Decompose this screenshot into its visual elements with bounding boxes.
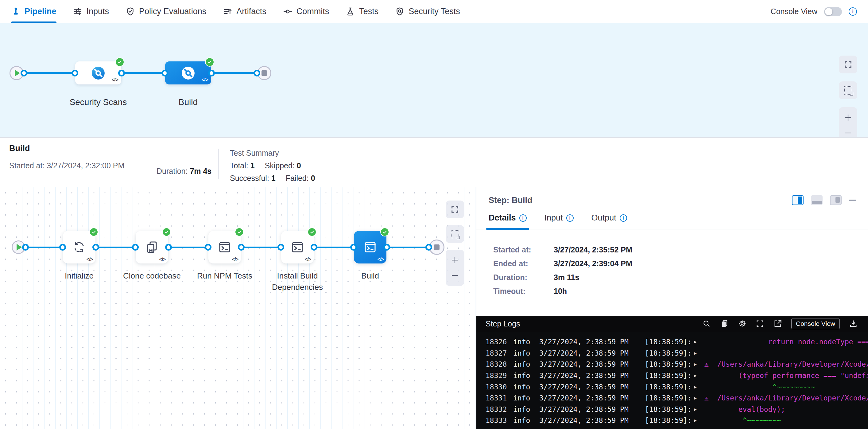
tab-tests[interactable]: Tests	[346, 0, 378, 23]
test-summary-title: Test Summary	[230, 147, 315, 159]
stage-label: Build	[179, 97, 198, 107]
split-view-icon[interactable]	[792, 195, 804, 205]
panel-tab-details[interactable]: Details i	[489, 213, 527, 229]
fit-to-screen-button[interactable]	[839, 56, 857, 73]
log-time: [18:38:59]:	[645, 394, 694, 402]
zoom-out-icon[interactable]	[843, 128, 852, 137]
open-in-new-icon[interactable]	[773, 319, 782, 328]
step-node-clone-codebase[interactable]: </>	[136, 231, 168, 264]
policy-icon	[126, 7, 135, 16]
log-line-number: 18328	[486, 360, 513, 368]
log-time: [18:38:59]:	[645, 349, 694, 357]
log-line-number: 18327	[486, 349, 513, 357]
settings-gear-icon[interactable]	[738, 319, 746, 328]
step-node-run-npm-tests[interactable]: </>	[208, 231, 241, 264]
stage-summary-bar: Build Started at: 3/27/2024, 2:32:00 PM …	[0, 137, 868, 187]
detail-label: Timeout:	[493, 287, 554, 295]
zoom-out-icon[interactable]	[450, 271, 460, 280]
inputs-icon	[73, 7, 83, 16]
tab-inputs[interactable]: Inputs	[73, 0, 109, 23]
stage-node-build[interactable]: </>	[165, 61, 211, 85]
log-line-number: 18329	[486, 372, 513, 379]
info-icon[interactable]: i	[849, 7, 857, 16]
step-label: Build	[333, 270, 407, 282]
code-glyph-icon: </>	[305, 257, 311, 262]
log-date: 3/27/2024, 2:38:59 PM	[539, 338, 645, 346]
marquee-select-button[interactable]	[446, 225, 464, 243]
terminal-icon	[363, 240, 377, 254]
log-level: info	[513, 417, 539, 424]
success-check-icon	[235, 227, 244, 237]
tab-label: Artifacts	[236, 7, 267, 16]
fullscreen-icon[interactable]	[756, 319, 764, 328]
log-date: 3/27/2024, 2:38:59 PM	[539, 417, 645, 424]
marquee-select-button[interactable]	[839, 81, 857, 99]
log-line: 18329 info 3/27/2024, 2:38:59 PM [18:38:…	[486, 370, 868, 381]
log-content: ⚠ /Users/anka/Library/Developer/Xcode/De	[704, 394, 868, 402]
log-expand-arrow[interactable]: ▶	[694, 406, 704, 412]
step-logs-section: Step Logs Console View 18326 info 3/27/2…	[476, 316, 868, 429]
fit-to-screen-button[interactable]	[446, 201, 464, 218]
log-expand-arrow[interactable]: ▶	[694, 418, 704, 423]
stage-node-security-scans[interactable]: </>	[75, 61, 121, 85]
bottom-view-icon[interactable]	[811, 195, 823, 205]
play-icon	[17, 244, 22, 251]
panel-tab-label: Input	[545, 213, 563, 223]
summary-divider	[218, 149, 219, 179]
log-time: [18:38:59]:	[645, 383, 694, 391]
commits-icon	[283, 7, 292, 16]
success-check-icon	[162, 227, 171, 237]
detail-label: Started at:	[493, 246, 554, 254]
step-panel-title: Step: Build	[489, 195, 532, 205]
info-icon[interactable]: i	[519, 214, 527, 222]
step-node-build[interactable]: </>	[354, 231, 386, 264]
step-detail-panel: Step: Build Details iInput iOutput i Sta…	[476, 187, 868, 429]
log-level: info	[513, 383, 539, 391]
log-expand-arrow[interactable]: ▶	[694, 350, 704, 356]
info-icon[interactable]: i	[620, 214, 627, 222]
console-view-toggle[interactable]	[824, 7, 842, 16]
log-expand-arrow[interactable]: ▶	[694, 339, 704, 344]
tab-policy-evaluations[interactable]: Policy Evaluations	[126, 0, 206, 23]
connector-line	[386, 247, 429, 248]
detail-row: Ended at: 3/27/2024, 2:39:04 PM	[493, 260, 868, 268]
tab-artifacts[interactable]: Artifacts	[223, 0, 267, 23]
step-label: Clone codebase	[115, 270, 189, 282]
step-logs-body[interactable]: 18326 info 3/27/2024, 2:38:59 PM [18:38:…	[476, 332, 868, 429]
log-level: info	[513, 394, 539, 402]
download-icon[interactable]	[849, 319, 858, 328]
search-icon[interactable]	[702, 319, 711, 328]
info-icon[interactable]: i	[566, 214, 574, 222]
log-level: info	[513, 360, 539, 368]
tab-pipeline[interactable]: Pipeline	[11, 0, 57, 23]
detail-label: Duration:	[493, 274, 554, 281]
code-glyph-icon: </>	[112, 77, 118, 83]
zoom-in-icon[interactable]	[843, 113, 852, 122]
log-expand-arrow[interactable]: ▶	[694, 373, 704, 378]
step-graph-canvas: </> Initialize </> Clone codebase </> Ru…	[0, 187, 476, 429]
step-graph-controls	[446, 201, 464, 286]
toggle-knob	[825, 8, 832, 16]
log-expand-arrow[interactable]: ▶	[694, 384, 704, 390]
log-expand-arrow[interactable]: ▶	[694, 362, 704, 367]
log-content: ^~~~~~~~~~	[704, 383, 868, 391]
detail-label: Ended at:	[493, 260, 554, 268]
step-panel-header: Step: Build	[476, 187, 868, 205]
floating-view-icon[interactable]	[830, 195, 842, 205]
pipeline-graph-controls	[839, 56, 857, 144]
panel-tab-output[interactable]: Output i	[591, 213, 627, 229]
zoom-in-icon[interactable]	[450, 255, 460, 265]
tab-commits[interactable]: Commits	[283, 0, 329, 23]
log-line: 18331 info 3/27/2024, 2:38:59 PM [18:38:…	[486, 393, 868, 404]
log-line-number: 18332	[486, 405, 513, 413]
log-expand-arrow[interactable]: ▶	[694, 395, 704, 401]
step-node-initialize[interactable]: </>	[63, 231, 95, 264]
minimize-panel-icon[interactable]	[849, 200, 856, 201]
play-icon	[15, 70, 20, 76]
tab-security-tests[interactable]: Security Tests	[395, 0, 460, 23]
marquee-icon	[451, 230, 459, 238]
console-view-button[interactable]: Console View	[791, 318, 840, 329]
step-node-install-build-dependencies[interactable]: </>	[281, 231, 314, 264]
panel-tab-input[interactable]: Input i	[545, 213, 574, 229]
copy-icon[interactable]	[720, 319, 728, 328]
